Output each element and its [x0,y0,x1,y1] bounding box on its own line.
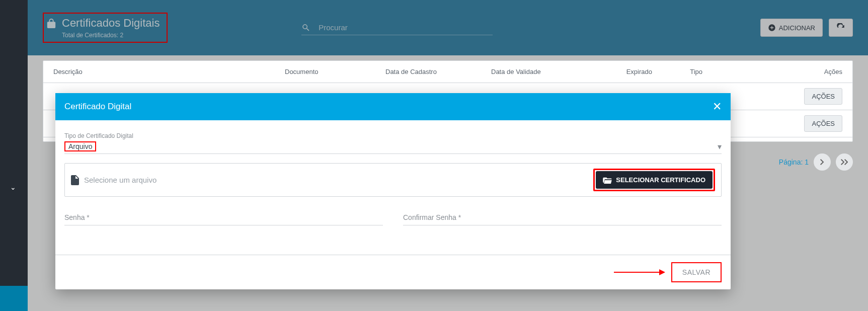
select-certificate-button[interactable]: SELECIONAR CERTIFICADO [596,171,713,189]
pagination: Página: 1 [779,153,853,171]
certificate-modal: Certificado Digital ✕ Tipo de Certificad… [55,93,731,289]
tipo-value: Arquivo [64,141,96,151]
col-tipo: Tipo [652,68,702,75]
page-label: Página: 1 [779,158,809,166]
last-page-button[interactable] [836,153,853,171]
senha-label: Senha * [64,213,90,221]
file-icon [71,175,79,185]
row-actions-button[interactable]: AÇÕES [804,88,842,105]
chevron-down-icon: ▾ [718,142,722,151]
table-header: Descrição Documento Data de Cadastro Dat… [43,61,852,83]
chevron-right-icon [820,159,825,165]
file-picker-row: Selecione um arquivo SELECIONAR CERTIFIC… [64,163,722,197]
col-data-cadastro: Data de Cadastro [385,68,491,75]
file-placeholder: Selecione um arquivo [84,176,156,184]
confirmar-senha-label: Confirmar Senha * [403,213,461,221]
annotation-arrow [614,272,664,273]
select-certificate-label: SELECIONAR CERTIFICADO [616,176,705,184]
row-actions-button[interactable]: AÇÕES [804,115,842,132]
senha-field[interactable]: Senha * [64,210,383,225]
modal-footer: SALVAR [55,255,731,289]
folder-open-icon [603,177,612,184]
sidebar: ⌄ [0,0,28,311]
col-descricao: Descrição [53,68,285,75]
tipo-label: Tipo de Certificado Digital [64,132,722,139]
col-acoes: Ações [702,68,842,75]
next-page-button[interactable] [814,153,831,171]
double-chevron-right-icon [841,159,848,165]
col-expirado: Expirado [602,68,652,75]
sidebar-accent [0,286,28,311]
sidebar-collapse-icon[interactable]: ⌄ [10,183,16,191]
save-button[interactable]: SALVAR [671,262,722,282]
modal-header: Certificado Digital ✕ [55,93,731,120]
modal-title: Certificado Digital [64,102,131,112]
tipo-select[interactable]: Arquivo ▾ [64,139,722,154]
col-documento: Documento [285,68,385,75]
col-data-validade: Data de Validade [491,68,602,75]
close-icon[interactable]: ✕ [713,100,722,113]
confirmar-senha-field[interactable]: Confirmar Senha * [403,210,722,225]
